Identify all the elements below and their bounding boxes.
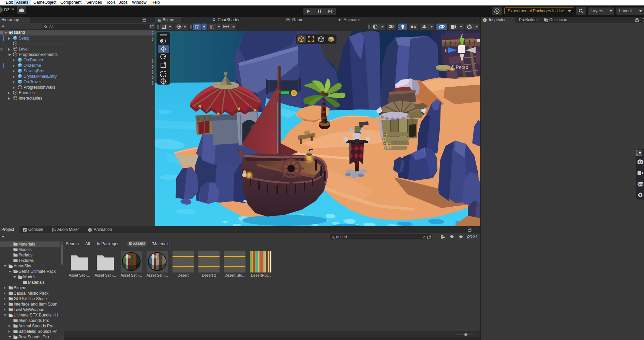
svg-text:Y: Y <box>197 26 199 29</box>
svg-text:y: y <box>461 33 463 38</box>
svg-text:❮ Persp: ❮ Persp <box>450 64 468 70</box>
svg-text:z: z <box>445 48 447 53</box>
